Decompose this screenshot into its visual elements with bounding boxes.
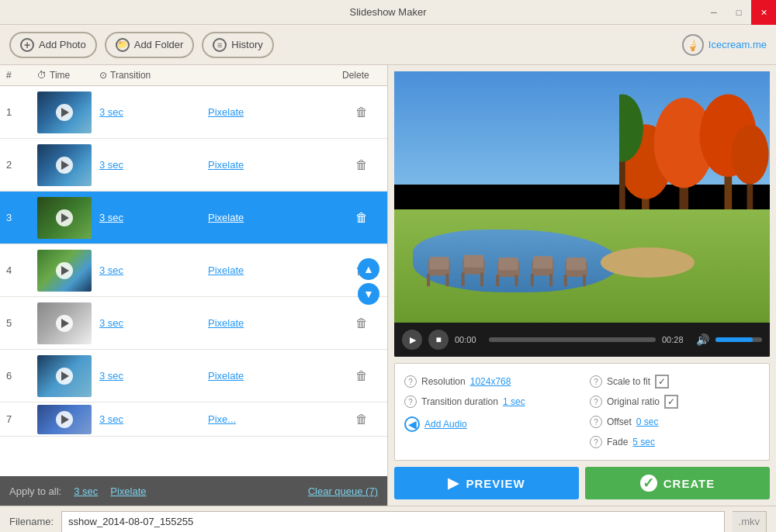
main-content: # ⏱ Time ⊙ Transition Delete 1 [0, 65, 776, 506]
add-folder-button[interactable]: 📁 Add Folder [105, 32, 195, 58]
transition-link[interactable]: Pixelate [208, 159, 342, 171]
col-time: ⏱ Time [37, 70, 99, 81]
create-button[interactable]: ✓ CREATE [585, 467, 770, 499]
time-link[interactable]: 3 sec [99, 317, 208, 329]
play-icon [61, 108, 69, 117]
move-down-button[interactable]: ▼ [358, 283, 379, 305]
maximize-button[interactable]: □ [726, 0, 751, 25]
delete-button[interactable]: 🗑 [342, 413, 381, 427]
offset-value[interactable]: 0 sec [636, 416, 659, 427]
time-link[interactable]: 3 sec [99, 370, 208, 382]
close-button[interactable]: ✕ [751, 0, 776, 25]
table-row[interactable]: 7 3 sec Pixe... 🗑 [0, 402, 387, 437]
thumbnail[interactable] [37, 405, 92, 434]
right-panel: ▶ ■ 00:00 00:28 🔊 ? Resolution 10 [388, 65, 776, 506]
toolbar: + Add Photo 📁 Add Folder ≡ History 🍦 Ice… [0, 25, 776, 65]
resolution-help-icon[interactable]: ? [404, 375, 417, 388]
thumbnail[interactable] [37, 302, 92, 344]
delete-button[interactable]: 🗑 [342, 316, 381, 330]
play-overlay [56, 368, 73, 385]
play-icon [61, 415, 69, 424]
transition-link[interactable]: Pixelate [208, 212, 342, 223]
time-link[interactable]: 3 sec [99, 413, 208, 425]
transition-link[interactable]: Pixelate [208, 370, 342, 382]
original-ratio-row: ? Original ratio ✓ [590, 392, 760, 412]
play-icon [61, 319, 69, 328]
add-audio-link[interactable]: Add Audio [424, 419, 467, 430]
play-overlay [56, 104, 73, 121]
svg-rect-11 [430, 257, 449, 269]
table-row[interactable]: 4 3 sec Pixelate 🗑 [0, 244, 387, 297]
apply-transition[interactable]: Pixelate [110, 485, 146, 497]
delete-button[interactable]: 🗑 [342, 369, 381, 383]
transition-link[interactable]: Pixelate [208, 264, 342, 276]
resolution-value[interactable]: 1024x768 [470, 376, 511, 387]
move-up-button[interactable]: ▲ [358, 258, 379, 280]
brand-link[interactable]: 🍦 Icecream.me [682, 34, 767, 56]
table-container: 1 3 sec Pixelate 🗑 2 [0, 86, 387, 476]
thumbnail[interactable] [37, 250, 92, 292]
chairs-svg [413, 247, 619, 298]
thumbnail[interactable] [37, 197, 92, 239]
play-icon [61, 371, 69, 381]
apply-time[interactable]: 3 sec [74, 485, 98, 497]
scale-to-fit-row: ? Scale to fit ✓ [590, 371, 760, 392]
delete-button[interactable]: 🗑 [342, 105, 381, 119]
table-row[interactable]: 5 3 sec Pixelate 🗑 [0, 297, 387, 350]
add-photo-icon: + [20, 38, 34, 52]
settings-right: ? Scale to fit ✓ ? Original ratio ✓ ? Of… [590, 371, 760, 452]
scale-help-icon[interactable]: ? [590, 375, 602, 388]
table-scroll[interactable]: 1 3 sec Pixelate 🗑 2 [0, 86, 387, 437]
resolution-row: ? Resolution 1024x768 [404, 371, 574, 392]
delete-button[interactable]: 🗑 [342, 211, 381, 225]
transition-duration-row: ? Transition duration 1 sec [404, 392, 574, 412]
thumbnail[interactable] [37, 144, 92, 186]
transition-link[interactable]: Pixelate [208, 317, 342, 329]
play-overlay [56, 315, 73, 332]
table-row[interactable]: 1 3 sec Pixelate 🗑 [0, 86, 387, 139]
progress-bar[interactable] [489, 337, 656, 342]
row-number: 1 [6, 106, 37, 118]
offset-row: ? Offset 0 sec [590, 412, 760, 432]
filename-input[interactable] [61, 511, 724, 533]
settings-panel: ? Resolution 1024x768 ? Transition durat… [394, 363, 770, 461]
time-link[interactable]: 3 sec [99, 106, 208, 118]
table-row[interactable]: 3 3 sec Pixelate 🗑 [0, 192, 387, 244]
stop-button[interactable]: ■ [428, 330, 449, 350]
table-row[interactable]: 2 3 sec Pixelate 🗑 [0, 139, 387, 192]
thumbnail[interactable] [37, 355, 92, 397]
table-row[interactable]: 6 3 sec Pixelate 🗑 [0, 350, 387, 402]
table-header: # ⏱ Time ⊙ Transition Delete [0, 65, 387, 86]
minimize-button[interactable]: ─ [702, 0, 726, 25]
offset-help-icon[interactable]: ? [590, 416, 602, 428]
svg-rect-13 [446, 274, 449, 286]
time-link[interactable]: 3 sec [99, 212, 208, 223]
fade-value[interactable]: 5 sec [632, 437, 655, 447]
history-button[interactable]: ≡ History [202, 32, 273, 58]
original-ratio-check[interactable]: ✓ [664, 395, 678, 409]
brand-icon: 🍦 [682, 34, 704, 56]
svg-rect-29 [583, 275, 586, 286]
transition-help-icon[interactable]: ? [404, 396, 417, 408]
play-button[interactable]: ▶ [402, 330, 422, 350]
time-link[interactable]: 3 sec [99, 264, 208, 276]
transition-link[interactable]: Pixelate [208, 106, 342, 118]
play-icon [61, 161, 69, 170]
add-photo-button[interactable]: + Add Photo [9, 32, 97, 58]
transition-duration-value[interactable]: 1 sec [503, 396, 525, 407]
play-overlay [56, 209, 73, 226]
row-number: 6 [6, 370, 37, 382]
original-ratio-help-icon[interactable]: ? [590, 396, 602, 408]
clear-queue-button[interactable]: Clear queue (7) [308, 485, 378, 497]
preview-button[interactable]: ▶ PREVIEW [394, 467, 579, 499]
volume-icon[interactable]: 🔊 [696, 333, 709, 346]
fade-help-icon[interactable]: ? [590, 436, 602, 448]
time-link[interactable]: 3 sec [99, 159, 208, 171]
volume-bar[interactable] [715, 337, 762, 342]
transition-link[interactable]: Pixe... [208, 413, 342, 425]
add-audio-icon[interactable]: ◀ [404, 416, 420, 432]
thumbnail[interactable] [37, 92, 92, 133]
scale-to-fit-check[interactable]: ✓ [655, 375, 669, 389]
delete-button[interactable]: 🗑 [342, 158, 381, 172]
settings-left: ? Resolution 1024x768 ? Transition durat… [404, 371, 574, 452]
